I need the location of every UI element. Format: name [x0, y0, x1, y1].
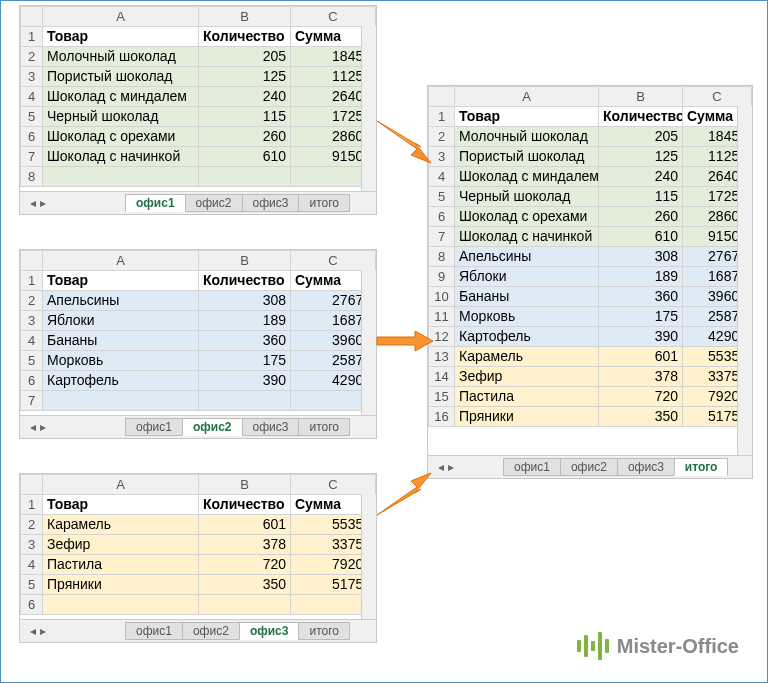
col-A[interactable]: A — [43, 475, 199, 495]
cell[interactable]: 350 — [599, 407, 683, 427]
cell[interactable]: Товар — [43, 271, 199, 291]
tab-ofis2[interactable]: офис2 — [182, 622, 240, 640]
cell[interactable]: 125 — [199, 67, 291, 87]
cell[interactable]: 378 — [599, 367, 683, 387]
cell[interactable]: Бананы — [455, 287, 599, 307]
row-header[interactable]: 1 — [21, 27, 43, 47]
cell[interactable]: Шоколад с орехами — [455, 207, 599, 227]
cell[interactable]: Бананы — [43, 331, 199, 351]
cell[interactable]: Пастила — [455, 387, 599, 407]
row-header[interactable]: 6 — [21, 595, 43, 615]
cell[interactable]: 175 — [199, 351, 291, 371]
cell[interactable]: 308 — [599, 247, 683, 267]
row-header[interactable]: 16 — [429, 407, 455, 427]
row-header[interactable]: 4 — [429, 167, 455, 187]
cell[interactable]: Пряники — [455, 407, 599, 427]
cell[interactable]: Зефир — [455, 367, 599, 387]
cell[interactable]: Картофель — [455, 327, 599, 347]
row-header[interactable]: 4 — [21, 331, 43, 351]
cell[interactable] — [199, 391, 291, 411]
cell[interactable]: 175 — [599, 307, 683, 327]
row-header[interactable]: 5 — [21, 351, 43, 371]
cell[interactable]: Шоколад с орехами — [43, 127, 199, 147]
cell[interactable] — [199, 167, 291, 187]
cell[interactable]: Апельсины — [43, 291, 199, 311]
tab-scroll[interactable]: ◂ ▸ — [20, 624, 56, 638]
cell[interactable] — [43, 595, 199, 615]
tab-ofis3[interactable]: офис3 — [617, 458, 675, 476]
cell[interactable]: 115 — [599, 187, 683, 207]
cell[interactable]: 360 — [599, 287, 683, 307]
row-header[interactable]: 4 — [21, 87, 43, 107]
cell[interactable]: Товар — [43, 495, 199, 515]
grid-itogo[interactable]: ABC 1ТоварКоличествоСумма2Молочный шокол… — [428, 86, 752, 427]
grid-ofis3[interactable]: ABC 1ТоварКоличествоСумма2Карамель601553… — [20, 474, 376, 615]
col-A[interactable]: A — [43, 7, 199, 27]
col-A[interactable]: A — [43, 251, 199, 271]
cell[interactable]: 205 — [199, 47, 291, 67]
tab-ofis1[interactable]: офис1 — [125, 194, 186, 212]
cell[interactable]: 260 — [599, 207, 683, 227]
cell[interactable]: 189 — [599, 267, 683, 287]
cell[interactable]: 720 — [599, 387, 683, 407]
tab-itogo[interactable]: итого — [298, 418, 350, 436]
cell[interactable] — [43, 167, 199, 187]
col-B[interactable]: B — [599, 87, 683, 107]
cell[interactable] — [199, 595, 291, 615]
cell[interactable]: Пористый шоколад — [455, 147, 599, 167]
cell[interactable]: 601 — [599, 347, 683, 367]
row-header[interactable]: 5 — [21, 107, 43, 127]
select-all[interactable] — [21, 251, 43, 271]
tab-ofis1[interactable]: офис1 — [125, 418, 183, 436]
grid-ofis2[interactable]: ABC 1ТоварКоличествоСумма2Апельсины30827… — [20, 250, 376, 411]
col-B[interactable]: B — [199, 475, 291, 495]
tab-itogo[interactable]: итого — [298, 194, 350, 212]
cell[interactable]: Количество — [199, 27, 291, 47]
cell[interactable]: Количество — [199, 495, 291, 515]
cell[interactable]: 308 — [199, 291, 291, 311]
cell[interactable]: 610 — [599, 227, 683, 247]
row-header[interactable]: 5 — [21, 575, 43, 595]
scrollbar-v[interactable] — [361, 494, 376, 620]
row-header[interactable]: 6 — [21, 371, 43, 391]
cell[interactable]: Шоколад с начинкой — [455, 227, 599, 247]
cell[interactable]: 601 — [199, 515, 291, 535]
col-A[interactable]: A — [455, 87, 599, 107]
cell[interactable]: Шоколад с начинкой — [43, 147, 199, 167]
cell[interactable]: Картофель — [43, 371, 199, 391]
row-header[interactable]: 8 — [21, 167, 43, 187]
cell[interactable]: 260 — [199, 127, 291, 147]
row-header[interactable]: 3 — [429, 147, 455, 167]
select-all[interactable] — [21, 475, 43, 495]
col-C[interactable]: C — [291, 251, 376, 271]
cell[interactable]: 720 — [199, 555, 291, 575]
cell[interactable]: Шоколад с миндалем — [43, 87, 199, 107]
tab-ofis3[interactable]: офис3 — [242, 418, 300, 436]
cell[interactable]: Карамель — [43, 515, 199, 535]
row-header[interactable]: 2 — [429, 127, 455, 147]
cell[interactable]: 205 — [599, 127, 683, 147]
row-header[interactable]: 2 — [21, 291, 43, 311]
scrollbar-v[interactable] — [361, 270, 376, 416]
select-all[interactable] — [429, 87, 455, 107]
cell[interactable]: 240 — [199, 87, 291, 107]
cell[interactable]: Пряники — [43, 575, 199, 595]
row-header[interactable]: 10 — [429, 287, 455, 307]
cell[interactable]: 189 — [199, 311, 291, 331]
row-header[interactable]: 2 — [21, 515, 43, 535]
cell[interactable]: Морковь — [455, 307, 599, 327]
scrollbar-v[interactable] — [361, 26, 376, 192]
row-header[interactable]: 9 — [429, 267, 455, 287]
tab-ofis2[interactable]: офис2 — [182, 418, 243, 436]
row-header[interactable]: 1 — [21, 271, 43, 291]
tab-ofis2[interactable]: офис2 — [185, 194, 243, 212]
row-header[interactable]: 6 — [21, 127, 43, 147]
cell[interactable]: Количество — [199, 271, 291, 291]
col-B[interactable]: B — [199, 251, 291, 271]
tab-ofis3[interactable]: офис3 — [242, 194, 300, 212]
cell[interactable]: 390 — [599, 327, 683, 347]
col-B[interactable]: B — [199, 7, 291, 27]
row-header[interactable]: 11 — [429, 307, 455, 327]
tab-ofis3[interactable]: офис3 — [239, 622, 300, 640]
row-header[interactable]: 15 — [429, 387, 455, 407]
